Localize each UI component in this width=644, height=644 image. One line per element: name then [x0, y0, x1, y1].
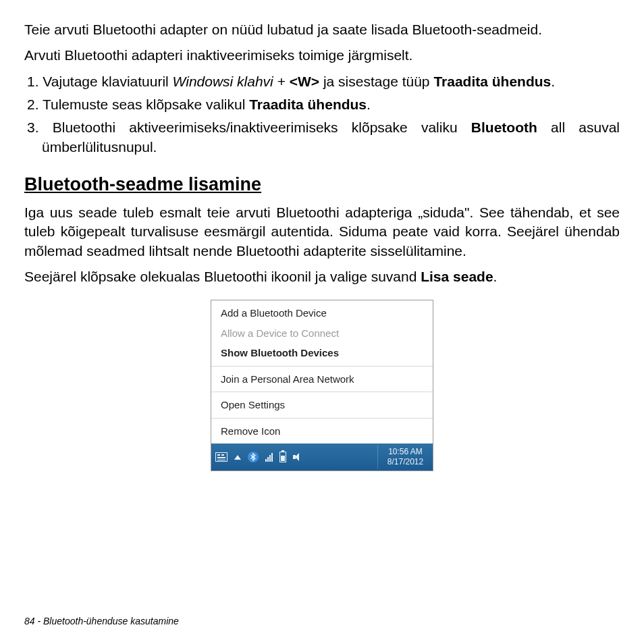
show-hidden-icons-icon[interactable]	[234, 455, 241, 460]
page-footer: 84 - Bluetooth-ühenduse kasutamine	[24, 616, 179, 626]
screenshot-container: Add a Bluetooth Device Allow a Device to…	[24, 300, 620, 471]
step-3-bluetooth: Bluetooth	[471, 119, 537, 135]
menu-allow-device-connect: Allow a Device to Connect	[211, 323, 433, 344]
step-2-text-a: Tulemuste seas klõpsake valikul	[43, 97, 249, 112]
ordered-steps: 1. Vajutage klaviatuuril Windowsi klahvi…	[24, 72, 620, 157]
section-heading: Bluetooth-seadme lisamine	[24, 174, 620, 195]
paragraph-pairing: Iga uus seade tuleb esmalt teie arvuti B…	[24, 203, 620, 261]
bluetooth-context-menu: Add a Bluetooth Device Allow a Device to…	[211, 300, 433, 471]
taskbar-clock[interactable]: 10:56 AM 8/17/2012	[377, 446, 433, 468]
clock-date: 8/17/2012	[383, 457, 427, 467]
battery-icon[interactable]	[279, 452, 286, 462]
p4-add-device: Lisa seade	[421, 269, 493, 284]
step-1-w-key: <W>	[290, 74, 319, 89]
step-1-wireless: Traadita ühendus	[433, 74, 551, 89]
speaker-icon[interactable]	[293, 452, 302, 462]
paragraph-add-device: Seejärel klõpsake olekualas Bluetoothi i…	[24, 267, 620, 286]
p4-text-a: Seejärel klõpsake olekualas Bluetoothi i…	[24, 269, 421, 284]
taskbar: 10:56 AM 8/17/2012	[211, 444, 433, 471]
step-2: 2. Tulemuste seas klõpsake valikul Traad…	[24, 95, 620, 114]
menu-add-bluetooth-device[interactable]: Add a Bluetooth Device	[211, 303, 433, 323]
paragraph-intro: Teie arvuti Bluetoothi adapter on nüüd l…	[24, 20, 620, 39]
step-1-dot: .	[551, 74, 555, 89]
menu-join-pan[interactable]: Join a Personal Area Network	[211, 369, 433, 390]
p4-dot: .	[493, 269, 498, 284]
paragraph-deactivate: Arvuti Bluetoothi adapteri inaktiveerimi…	[24, 46, 620, 65]
bluetooth-icon[interactable]	[248, 452, 259, 462]
menu-open-settings[interactable]: Open Settings	[211, 395, 433, 415]
network-signal-icon[interactable]	[265, 452, 273, 462]
clock-time: 10:56 AM	[383, 447, 427, 457]
step-1-windows-key: Windowsi klahvi	[173, 74, 273, 89]
step-3-text-a: Bluetoothi aktiveerimiseks/inaktiveerimi…	[53, 119, 471, 135]
step-2-wireless: Traadita ühendus	[249, 97, 367, 112]
step-3: 3. Bluetoothi aktiveerimiseks/inaktiveer…	[24, 118, 620, 157]
menu-remove-icon[interactable]: Remove Icon	[211, 421, 433, 441]
step-1-plus: +	[273, 74, 290, 89]
step-1: 1. Vajutage klaviatuuril Windowsi klahvi…	[24, 72, 620, 91]
keyboard-icon[interactable]	[215, 452, 227, 462]
step-1-text-a: Vajutage klaviatuuril	[43, 74, 172, 89]
menu-show-bluetooth-devices[interactable]: Show Bluetooth Devices	[211, 343, 433, 363]
step-2-dot: .	[367, 97, 371, 112]
step-1-text-e: ja sisestage tüüp	[319, 74, 433, 89]
